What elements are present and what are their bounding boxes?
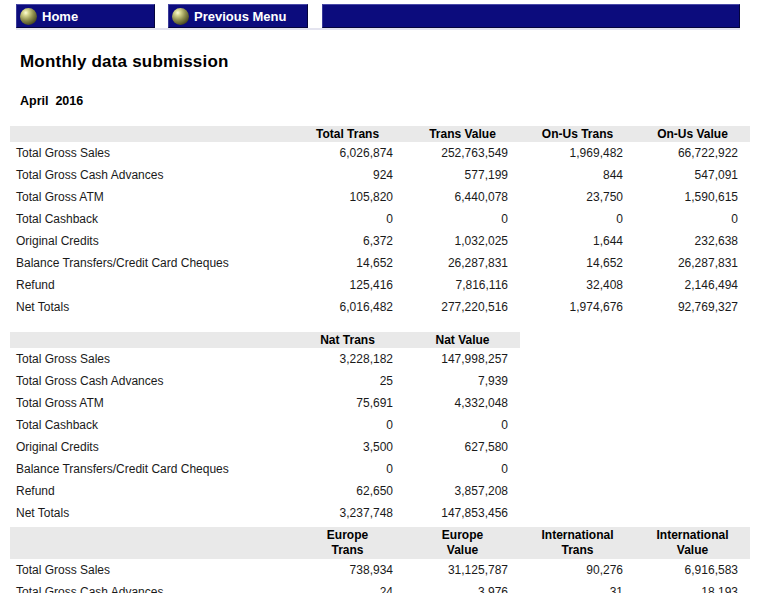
header-row: Total TransTrans ValueOn-Us TransOn-Us V… — [10, 126, 750, 142]
cell-value: 26,287,831 — [635, 252, 750, 274]
table-row: Total Gross Cash Advances924577,19984454… — [10, 164, 750, 186]
cell-value: 105,820 — [290, 186, 405, 208]
table-row: Refund125,4167,816,11632,4082,146,494 — [10, 274, 750, 296]
cell-value: 3,500 — [290, 436, 405, 458]
cell-value: 844 — [520, 164, 635, 186]
cell-value: 577,199 — [405, 164, 520, 186]
table-europe-international: Europe TransEurope ValueInternational Tr… — [10, 527, 750, 593]
row-label: Total Gross Cash Advances — [10, 370, 290, 392]
row-label: Balance Transfers/Credit Card Cheques — [10, 252, 290, 274]
cell-value: 2,146,494 — [635, 274, 750, 296]
row-label: Total Gross Sales — [10, 559, 290, 581]
row-label: Net Totals — [10, 502, 290, 524]
row-label: Refund — [10, 274, 290, 296]
cell-value: 0 — [520, 208, 635, 230]
table-row: Original Credits3,500627,580 — [10, 436, 520, 458]
table-total-and-onus: Total TransTrans ValueOn-Us TransOn-Us V… — [10, 126, 750, 318]
cell-value: 924 — [290, 164, 405, 186]
cell-value: 14,652 — [520, 252, 635, 274]
row-label: Total Gross Sales — [10, 142, 290, 164]
cell-value: 90,276 — [520, 559, 635, 581]
cell-value: 23,750 — [520, 186, 635, 208]
row-label: Original Credits — [10, 436, 290, 458]
row-label: Refund — [10, 480, 290, 502]
table-row: Total Gross Sales6,026,874252,763,5491,9… — [10, 142, 750, 164]
column-header: Europe Trans — [290, 527, 405, 559]
cell-value: 125,416 — [290, 274, 405, 296]
column-header: On-Us Trans — [520, 126, 635, 142]
cell-value: 25 — [290, 370, 405, 392]
row-label: Net Totals — [10, 296, 290, 318]
cell-value: 147,853,456 — [405, 502, 520, 524]
cell-value: 1,032,025 — [405, 230, 520, 252]
row-label: Balance Transfers/Credit Card Cheques — [10, 458, 290, 480]
cell-value: 0 — [405, 208, 520, 230]
column-header: Trans Value — [405, 126, 520, 142]
table-row: Net Totals3,237,748147,853,456 — [10, 502, 520, 524]
cell-value: 0 — [635, 208, 750, 230]
cell-value: 147,998,257 — [405, 348, 520, 370]
row-label: Total Gross ATM — [10, 392, 290, 414]
table-row: Balance Transfers/Credit Card Cheques14,… — [10, 252, 750, 274]
cell-value: 738,934 — [290, 559, 405, 581]
row-label: Total Gross Cash Advances — [10, 164, 290, 186]
period-label: April 2016 — [20, 94, 766, 108]
previous-menu-button[interactable]: Previous Menu — [168, 4, 308, 28]
row-label: Total Gross Cash Advances — [10, 581, 290, 593]
cell-value: 0 — [290, 458, 405, 480]
sphere-icon — [172, 8, 189, 25]
cell-value: 31,125,787 — [405, 559, 520, 581]
table-national: Nat TransNat ValueTotal Gross Sales3,228… — [10, 332, 520, 524]
column-header: International Trans — [520, 527, 635, 559]
table-row: Total Gross ATM105,8206,440,07823,7501,5… — [10, 186, 750, 208]
cell-value: 75,691 — [290, 392, 405, 414]
table-row: Total Gross Cash Advances257,939 — [10, 370, 520, 392]
cell-value: 1,590,615 — [635, 186, 750, 208]
cell-value: 6,016,482 — [290, 296, 405, 318]
column-header — [10, 126, 290, 142]
home-button[interactable]: Home — [16, 4, 155, 28]
table-row: Refund62,6503,857,208 — [10, 480, 520, 502]
cell-value: 547,091 — [635, 164, 750, 186]
column-header: Nat Trans — [290, 332, 405, 348]
cell-value: 7,939 — [405, 370, 520, 392]
cell-value: 4,332,048 — [405, 392, 520, 414]
cell-value: 6,372 — [290, 230, 405, 252]
column-header — [10, 332, 290, 348]
column-header: Total Trans — [290, 126, 405, 142]
table-row: Total Cashback00 — [10, 414, 520, 436]
cell-value: 6,026,874 — [290, 142, 405, 164]
column-header: On-Us Value — [635, 126, 750, 142]
table-row: Total Gross Sales3,228,182147,998,257 — [10, 348, 520, 370]
cell-value: 252,763,549 — [405, 142, 520, 164]
cell-value: 0 — [405, 414, 520, 436]
cell-value: 31 — [520, 581, 635, 593]
cell-value: 1,644 — [520, 230, 635, 252]
column-header: Europe Value — [405, 527, 520, 559]
cell-value: 6,440,078 — [405, 186, 520, 208]
cell-value: 32,408 — [520, 274, 635, 296]
column-header: International Value — [635, 527, 750, 559]
column-header — [10, 527, 290, 559]
cell-value: 627,580 — [405, 436, 520, 458]
table-row: Net Totals6,016,482277,220,5161,974,6769… — [10, 296, 750, 318]
cell-value: 3,228,182 — [290, 348, 405, 370]
cell-value: 3,857,208 — [405, 480, 520, 502]
cell-value: 92,769,327 — [635, 296, 750, 318]
row-label: Total Cashback — [10, 208, 290, 230]
header-row: Europe TransEurope ValueInternational Tr… — [10, 527, 750, 559]
cell-value: 0 — [290, 414, 405, 436]
cell-value: 6,916,583 — [635, 559, 750, 581]
table-row: Total Cashback0000 — [10, 208, 750, 230]
header-row: Nat TransNat Value — [10, 332, 520, 348]
table-row: Total Gross Cash Advances243,9763118,193 — [10, 581, 750, 593]
table-row: Total Gross Sales738,93431,125,78790,276… — [10, 559, 750, 581]
cell-value: 62,650 — [290, 480, 405, 502]
row-label: Original Credits — [10, 230, 290, 252]
top-navigation-bar: Home Previous Menu — [16, 4, 740, 28]
cell-value: 26,287,831 — [405, 252, 520, 274]
cell-value: 1,974,676 — [520, 296, 635, 318]
table-row: Original Credits6,3721,032,0251,644232,6… — [10, 230, 750, 252]
cell-value: 232,638 — [635, 230, 750, 252]
column-header: Nat Value — [405, 332, 520, 348]
